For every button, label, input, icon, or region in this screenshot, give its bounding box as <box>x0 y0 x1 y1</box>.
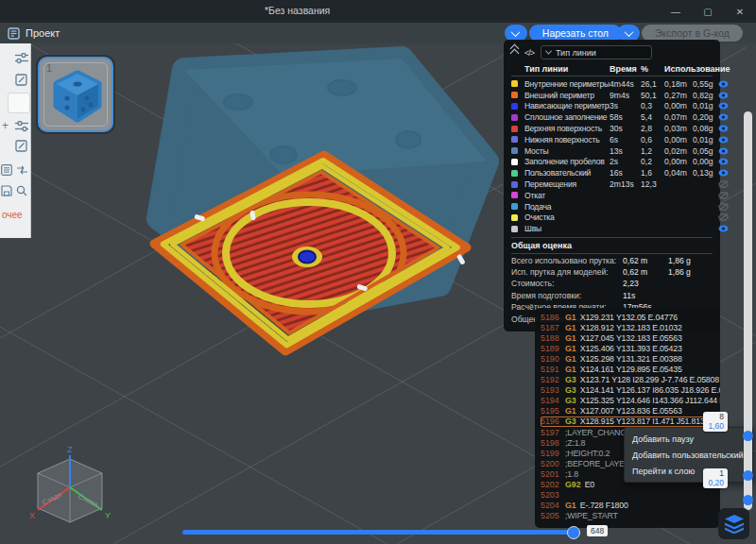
visibility-eye-icon[interactable] <box>718 203 728 211</box>
compare-presets-icon[interactable] <box>16 164 28 176</box>
move-slider-handle[interactable] <box>567 526 580 539</box>
layer-slider-end-handle[interactable] <box>743 495 753 505</box>
summary-label: Время подготовки: <box>511 291 623 300</box>
gcode-line[interactable]: 5191G1X124.161 Y129.895 E.05435 <box>541 364 714 374</box>
layer-slider-track[interactable] <box>744 111 752 510</box>
line-type-length: 0,02m <box>664 146 693 156</box>
gcode-text: ;1.8 <box>565 469 578 479</box>
summary-row: Время подготовки:11s <box>511 290 713 301</box>
summary-value-2: 1,86 g <box>668 256 713 265</box>
gcode-opcode: G1 <box>565 344 576 353</box>
bottom-layer-height: 0,20 <box>707 479 724 488</box>
visibility-eye-icon[interactable] <box>718 80 728 88</box>
edit-preset-icon[interactable] <box>15 74 27 86</box>
line-type-swatch <box>511 203 518 210</box>
gcode-viewer-panel[interactable]: 5186G1X129.231 Y132.05 E.047765187G1X128… <box>535 308 720 528</box>
visibility-eye-icon[interactable] <box>718 136 728 144</box>
move-slider-track[interactable] <box>182 530 573 535</box>
gcode-line-number: 5197 <box>541 428 561 437</box>
line-type-label: Швы <box>524 224 610 233</box>
line-type-time: 2s <box>610 157 641 166</box>
gcode-text: X124.161 Y129.895 E.05435 <box>580 365 682 374</box>
visibility-eye-icon[interactable] <box>718 102 728 110</box>
gcode-line-number: 5201 <box>541 469 561 479</box>
context-menu-item[interactable]: Перейти к слою <box>625 463 752 479</box>
col-percent: % <box>641 64 664 74</box>
line-type-time: 9m4s <box>610 91 641 100</box>
title-bar: *Без названия — ▢ ✕ <box>0 0 756 23</box>
gcode-viewer-icon[interactable]: </> <box>524 48 534 58</box>
gcode-line[interactable]: 5189G1X125.406 Y131.393 E.05423 <box>541 343 714 353</box>
visibility-eye-icon[interactable] <box>718 213 728 221</box>
gcode-line[interactable]: 5195G1X127.007 Y123.836 E.05563 <box>541 406 714 416</box>
gcode-line-number: 5193 <box>541 385 561 395</box>
orientation-gizmo[interactable]: Z X Y Сзади Слева <box>29 445 111 522</box>
gcode-line[interactable]: 5190G1X125.298 Y131.321 E.00388 <box>541 353 714 364</box>
layers-stack-icon <box>724 515 745 534</box>
edit-process-icon[interactable] <box>15 140 27 152</box>
minimize-button[interactable]: — <box>660 0 692 23</box>
context-menu-item[interactable]: Добавить паузу <box>625 431 752 447</box>
gcode-line[interactable]: 5186G1X129.231 Y132.05 E.04776 <box>541 312 714 322</box>
line-type-swatch <box>511 80 518 87</box>
plate-thumbnail[interactable]: 1 <box>38 57 113 132</box>
line-type-label: Откат <box>524 191 610 200</box>
add-icon[interactable]: + <box>2 119 9 132</box>
gcode-line[interactable]: 5194G3X125.325 Y124.646 I143.366 J112.64… <box>541 396 714 406</box>
line-type-swatch <box>511 92 518 98</box>
line-type-swatch <box>511 170 518 177</box>
gcode-line[interactable]: 5188G1X127.045 Y132.183 E.05563 <box>541 332 714 343</box>
visibility-eye-icon[interactable] <box>718 180 728 188</box>
gcode-text: ;HEIGHT:0.2 <box>565 449 610 458</box>
line-type-swatch <box>511 214 518 221</box>
visibility-eye-icon[interactable] <box>718 92 728 99</box>
gcode-text: E-.728 F1800 <box>580 501 628 510</box>
line-type-percent: 2,8 <box>641 124 664 133</box>
gcode-line[interactable]: 5193G3X124.141 Y126.137 I86.035 J18.926 … <box>541 385 714 396</box>
visibility-eye-icon[interactable] <box>718 192 728 199</box>
line-type-label: Нависающие периметры <box>524 101 610 110</box>
line-type-percent: 1,6 <box>641 168 664 178</box>
maximize-button[interactable]: ▢ <box>692 0 724 23</box>
gcode-line-number: 5199 <box>541 449 561 458</box>
view-type-dropdown[interactable]: Тип линии <box>541 45 652 60</box>
visibility-eye-icon[interactable] <box>718 158 728 165</box>
collapse-panel-icon[interactable] <box>511 48 518 57</box>
line-type-weight: 0,00g <box>693 157 718 166</box>
advanced-mode-label[interactable]: очее <box>2 210 23 220</box>
visibility-eye-icon[interactable] <box>718 125 728 132</box>
layer-slider-bottom-tooltip: 1 0,20 <box>703 468 728 488</box>
process-settings-icon[interactable] <box>15 121 28 132</box>
legend-row: Нижняя поверхность6s0,60,00m0,01g <box>511 134 713 145</box>
visibility-eye-icon[interactable] <box>718 113 728 121</box>
col-time: Время <box>610 64 641 74</box>
line-type-weight: 0,08g <box>693 124 718 133</box>
line-type-percent: 0,2 <box>641 157 664 166</box>
gcode-line[interactable]: 5192G3X123.71 Y128 I28.299 J-7.746 E.058… <box>541 375 714 385</box>
filament-settings-icon[interactable] <box>15 53 28 64</box>
close-button[interactable]: ✕ <box>724 0 756 23</box>
context-menu-item[interactable]: Добавить пользовательский G-код <box>625 447 752 463</box>
list-view-icon[interactable] <box>1 164 12 176</box>
project-tab[interactable]: Проект <box>8 27 60 40</box>
visibility-eye-icon[interactable] <box>718 147 728 155</box>
visibility-eye-icon[interactable] <box>718 225 728 232</box>
gcode-text: X129.231 Y132.05 E.04776 <box>580 313 678 322</box>
layer-slider-bottom-handle[interactable] <box>743 470 753 481</box>
search-icon[interactable] <box>16 185 27 196</box>
gcode-line[interactable]: 5204G1E-.728 F1800 <box>541 501 714 511</box>
gcode-line[interactable]: 5187G1X128.912 Y132.183 E.01032 <box>541 322 714 332</box>
gcode-opcode: G3 <box>565 416 576 426</box>
preset-field[interactable] <box>8 93 30 113</box>
layer-slider-top-handle[interactable] <box>743 431 753 441</box>
save-preset-icon[interactable] <box>1 185 12 196</box>
gcode-line[interactable]: 5196G3X128.915 Y123.817 I1.471 J51.813 E… <box>541 416 714 427</box>
line-type-percent: 26,1 <box>641 79 664 89</box>
chevron-down-icon <box>624 27 633 37</box>
app-logo-button[interactable] <box>718 508 749 539</box>
visibility-eye-icon[interactable] <box>718 169 728 177</box>
gcode-line[interactable]: 5203 <box>541 490 714 501</box>
project-tab-label: Проект <box>26 27 60 39</box>
legend-row: Сплошное заполнение58s5,40,07m0,20g <box>511 111 713 123</box>
gcode-line[interactable]: 5205;WIPE_START <box>541 511 714 521</box>
